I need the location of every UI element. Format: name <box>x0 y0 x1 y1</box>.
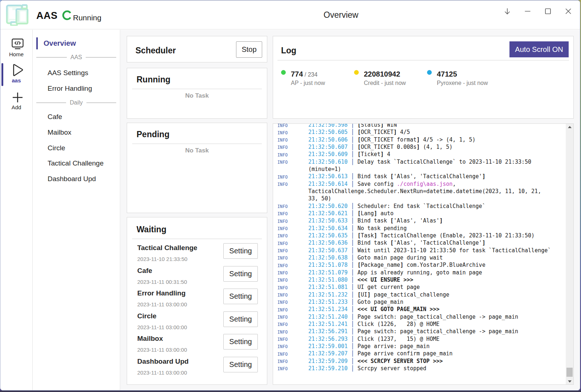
log-text: ] <box>374 232 377 239</box>
app-logo-icon <box>4 3 29 26</box>
sidebar-group-divider: AAS <box>33 49 120 65</box>
log-text: <<< UI ENSURE >>> <box>357 277 413 283</box>
stat-value: 47125 <box>437 70 457 78</box>
scheduler-card: Scheduler Stop <box>127 36 267 62</box>
waiting-task-row: Circle2023-11-11 03:00:00Setting <box>127 312 267 335</box>
stat-line: 774 / 234 <box>291 69 354 79</box>
pending-card: Pending No Task <box>127 123 267 213</box>
log-entry: INFO21:32:51.081 │ UI get current page <box>277 283 552 291</box>
log-entry: INFO21:32:50.634 │ No task pending <box>277 225 552 232</box>
log-level: INFO <box>277 365 288 372</box>
sidebar-item-overview[interactable]: Overview <box>33 37 120 49</box>
log-text: Bind task <box>357 173 390 180</box>
app-name: AAS <box>36 9 58 22</box>
setting-button[interactable]: Setting <box>223 266 258 282</box>
play-icon[interactable] <box>12 63 24 77</box>
log-level: INFO <box>277 328 288 336</box>
log-text: ] <box>394 129 397 135</box>
auto-scroll-button[interactable]: Auto Scroll ON <box>509 41 569 57</box>
setting-button[interactable]: Setting <box>223 334 258 350</box>
setting-button[interactable]: Setting <box>223 289 258 304</box>
arrow-down-icon[interactable] <box>503 7 511 15</box>
log-entry: INFO21:32:59.210 │ Scrcpy server stopped <box>277 365 552 372</box>
stat-item: 220810942Credit - just now <box>354 69 427 87</box>
setting-button[interactable]: Setting <box>223 357 258 372</box>
stat-value: 220810942 <box>364 70 400 78</box>
sidebar-item-cafe[interactable]: Cafe <box>33 109 120 125</box>
close-icon[interactable] <box>564 7 572 15</box>
log-separator: │ <box>348 343 357 350</box>
scrollbar-down-icon[interactable] <box>566 378 573 384</box>
stat-item: 774 / 234AP - just now <box>281 69 354 87</box>
log-entry: INFO21:32:50.607 │ [OCR_TICKET 0.008s] (… <box>277 143 552 151</box>
waiting-task-row: Tactical Challenge2023-11-10 21:33:50Set… <box>127 244 267 266</box>
log-timestamp: 21:32:50.610 <box>308 159 348 165</box>
log-text: [ <box>390 217 394 224</box>
stat-label: Credit - just now <box>364 79 427 87</box>
sidebar-item-label: Overview <box>44 39 76 48</box>
log-text: (4, 1, 5) <box>420 144 452 150</box>
icon-rail: Home aas Add <box>0 30 33 390</box>
sidebar-item-circle[interactable]: Circle <box>33 140 120 156</box>
log-timestamp: 21:32:51.078 <box>308 262 348 268</box>
divider-line <box>86 102 116 103</box>
log-separator: │ <box>348 291 357 298</box>
log-separator: │ <box>348 277 357 283</box>
log-level: INFO <box>277 277 288 284</box>
rail-item-aas[interactable]: aas <box>0 77 32 83</box>
log-text: 'Alas', 'Alas' <box>394 217 439 224</box>
setting-button[interactable]: Setting <box>223 243 258 259</box>
log-entry: INFO21:32:50.635 │ [Task] TacticalChalle… <box>277 232 552 239</box>
log-text: ] <box>381 124 384 128</box>
log-entry: INFO21:32:51.234 │ <<< UI GOTO PAGE_MAIN… <box>277 306 552 313</box>
divider <box>132 89 262 89</box>
log-level: INFO <box>277 262 288 269</box>
maximize-icon[interactable] <box>544 7 552 15</box>
sidebar-item-label: Cafe <box>48 113 62 121</box>
log-text: Lang <box>361 210 374 217</box>
log-separator: │ <box>348 336 357 342</box>
stat-extra: / 234 <box>303 72 317 78</box>
log-timestamp: 21:32:59.210 <box>308 365 348 372</box>
waiting-task-row: Cafe2023-11-11 00:31:50Setting <box>127 266 267 289</box>
running-spinner-icon <box>62 10 72 20</box>
log-timestamp: 21:32:50.635 <box>308 232 348 239</box>
log-timestamp: 21:32:50.598 <box>308 124 348 128</box>
log-text: Goto main page during wait <box>357 254 443 261</box>
log-separator: │ <box>348 358 357 364</box>
stat-line: 220810942 <box>364 69 427 79</box>
scrollbar-thumb[interactable] <box>566 368 573 377</box>
running-empty-text: No Task <box>127 92 267 99</box>
pending-title: Pending <box>137 128 257 140</box>
rail-item-home[interactable]: Home <box>0 51 32 57</box>
log-entry: INFO21:32:50.598 │ [Status] WIN <box>277 124 552 128</box>
log-text: OCR_TICKET <box>361 129 394 135</box>
log-entry: INFO21:32:50.613 │ Bind task ['Alas', 'T… <box>277 173 552 180</box>
log-separator: │ <box>348 240 357 246</box>
code-monitor-icon[interactable] <box>12 38 24 49</box>
setting-button[interactable]: Setting <box>223 311 258 327</box>
scrollbar-up-icon[interactable] <box>566 124 573 130</box>
log-scrollbar[interactable] <box>566 124 573 384</box>
sidebar-item-aas-settings[interactable]: AAS Settings <box>33 65 120 81</box>
log-timestamp: 21:32:50.607 <box>308 144 348 150</box>
log-entry: INFO21:32:51.233 │ Goto page_main <box>277 298 552 306</box>
sidebar-item-error-handling[interactable]: Error Handling <box>33 81 120 97</box>
log-text: page_tactical_challenge <box>371 291 450 298</box>
waiting-task-row: Error Handling2023-11-11 03:00:00Setting <box>127 289 267 312</box>
rail-item-add[interactable]: Add <box>0 104 32 110</box>
minimize-icon[interactable] <box>524 7 532 15</box>
log-timestamp: 21:32:56.293 <box>308 336 348 342</box>
sidebar-item-dashboard-upd[interactable]: Dashboard Upd <box>33 171 120 187</box>
log-text: Click (1237, 15) @ HOME <box>357 336 439 342</box>
log-scroll-area[interactable]: INFO21:32:50.598 │ [Status] WININFO21:32… <box>273 124 566 384</box>
stop-button[interactable]: Stop <box>236 41 262 58</box>
log-text: [ <box>357 124 361 128</box>
sidebar-item-mailbox[interactable]: Mailbox <box>33 124 120 140</box>
sidebar-item-tactical-challenge[interactable]: Tactical Challenge <box>33 156 120 171</box>
log-level: INFO <box>277 314 288 321</box>
divider-line <box>86 57 116 58</box>
stat-line: 47125 <box>437 69 500 79</box>
plus-icon[interactable] <box>12 92 23 103</box>
log-text: [ <box>357 129 361 135</box>
